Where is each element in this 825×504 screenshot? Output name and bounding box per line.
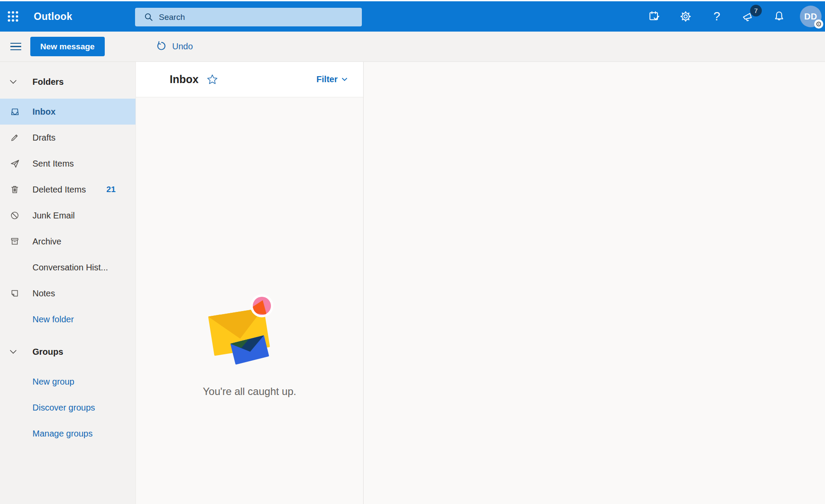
presence-status-icon [814,19,823,29]
archive-box-icon [9,236,20,247]
folders-header-label: Folders [32,77,64,87]
content-area: Folders Inbox Draft [0,62,825,504]
search-icon [144,12,154,22]
folder-label: Inbox [32,107,55,117]
my-day-button[interactable] [644,6,665,27]
chevron-down-icon [342,77,348,81]
command-toolbar: New message Undo [0,32,825,62]
sidebar-item-sent-items[interactable]: Sent Items [0,151,135,177]
new-folder-link[interactable]: New folder [0,306,135,332]
search-box[interactable] [135,8,362,26]
groups-header-label: Groups [32,347,63,357]
bell-icon [773,10,785,22]
folder-list: Inbox Drafts Sent Item [0,99,135,332]
trash-icon [9,184,20,195]
notifications-button[interactable] [769,6,790,27]
note-icon [9,288,20,299]
group-link-label: Discover groups [32,403,95,413]
sidebar-item-drafts[interactable]: Drafts [0,125,135,151]
folder-label: Sent Items [32,159,74,169]
folder-count-badge: 21 [106,185,116,194]
undo-label: Undo [172,42,193,51]
folder-label: Notes [32,289,55,299]
gear-icon [680,10,692,22]
message-list-body: You're all caught up. [136,97,363,504]
empty-state-message: You're all caught up. [203,385,296,398]
list-header: Inbox Filter [136,62,363,97]
new-message-button[interactable]: New message [30,37,105,56]
help-button[interactable]: ? [706,6,727,27]
topbar-actions: ? 7 DD [644,6,825,27]
collapse-nav-button[interactable] [8,39,21,54]
empty-inbox-illustration [206,293,293,370]
settings-button[interactable] [675,6,696,27]
undo-button[interactable]: Undo [153,41,196,52]
block-icon [9,210,20,221]
sidebar-item-archive[interactable]: Archive [0,228,135,254]
question-mark-icon: ? [713,10,720,23]
undo-icon [156,41,167,52]
topbar: Outlook [0,1,825,32]
folder-label: Archive [32,237,61,247]
chevron-down-icon [9,79,18,84]
app-launcher-button[interactable] [3,6,23,27]
app-title: Outlook [34,11,72,22]
new-group-link[interactable]: New group [0,369,135,395]
app-launcher-icon [6,10,19,23]
filter-label: Filter [316,74,338,84]
sidebar-item-notes[interactable]: Notes [0,280,135,306]
manage-groups-link[interactable]: Manage groups [0,421,135,446]
filter-button[interactable]: Filter [314,74,350,85]
discover-groups-link[interactable]: Discover groups [0,395,135,421]
pencil-icon [9,132,20,143]
folder-title: Inbox [170,73,199,86]
group-link-label: New group [32,377,74,387]
inbox-tray-icon [9,106,20,117]
groups-section-header[interactable]: Groups [0,339,135,365]
sidebar-item-deleted-items[interactable]: Deleted Items 21 [0,177,135,202]
search-input[interactable] [158,12,357,22]
send-plane-icon [9,158,20,169]
whats-new-badge: 7 [750,5,762,16]
folder-label: Conversation Hist... [32,263,108,273]
sidebar-item-inbox[interactable]: Inbox [0,99,135,125]
favorite-star-button[interactable] [206,74,218,85]
folders-section-header[interactable]: Folders [0,69,135,95]
new-folder-label: New folder [32,315,74,324]
hamburger-icon [10,43,21,44]
chevron-down-icon [9,349,18,354]
folder-label: Junk Email [32,211,75,221]
star-icon [206,74,218,85]
group-links: New group Discover groups Manage groups [0,369,135,446]
folder-label: Drafts [32,133,55,143]
reading-pane [364,62,825,504]
folder-label: Deleted Items [32,185,86,195]
avatar-initials: DD [804,12,817,22]
account-avatar[interactable]: DD [800,6,822,27]
whats-new-button[interactable]: 7 [738,6,758,27]
empty-state: You're all caught up. [136,293,363,398]
sidebar-item-junk-email[interactable]: Junk Email [0,202,135,228]
sidebar-item-conversation-history[interactable]: Conversation Hist... [0,254,135,280]
folder-sidebar: Folders Inbox Draft [0,62,135,504]
calendar-check-icon [648,10,661,22]
group-link-label: Manage groups [32,429,93,439]
message-list-panel: Inbox Filter [135,62,364,504]
